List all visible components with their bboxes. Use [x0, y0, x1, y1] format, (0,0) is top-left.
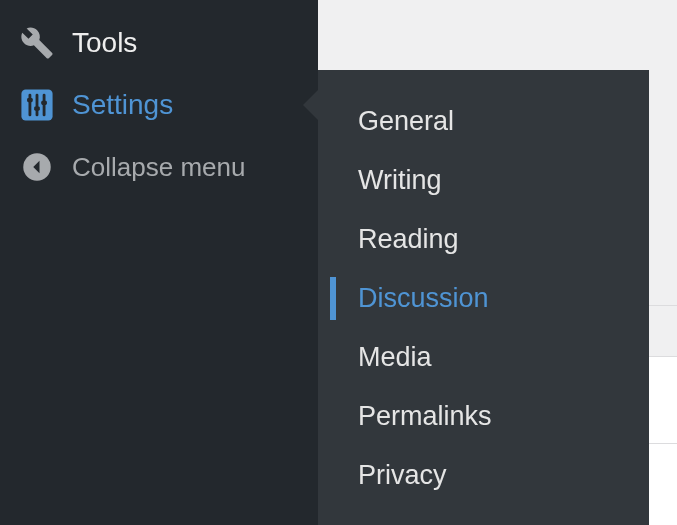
submenu-item-discussion[interactable]: Discussion [318, 269, 649, 328]
submenu-item-label: General [358, 106, 454, 136]
submenu-item-general[interactable]: General [318, 92, 649, 151]
svg-rect-4 [27, 98, 33, 102]
submenu-item-label: Writing [358, 165, 442, 195]
submenu-item-reading[interactable]: Reading [318, 210, 649, 269]
submenu-item-writing[interactable]: Writing [318, 151, 649, 210]
settings-submenu: General Writing Reading Discussion Media… [318, 70, 649, 525]
submenu-item-label: Discussion [358, 283, 489, 313]
wrench-icon [20, 26, 54, 60]
submenu-item-label: Permalinks [358, 401, 492, 431]
submenu-item-permalinks[interactable]: Permalinks [318, 387, 649, 446]
submenu-item-label: Reading [358, 224, 459, 254]
sidebar-item-label: Tools [72, 27, 137, 59]
sidebar-item-tools[interactable]: Tools [0, 12, 318, 74]
sliders-icon [20, 88, 54, 122]
submenu-item-label: Media [358, 342, 432, 372]
submenu-item-label: Privacy [358, 460, 447, 490]
svg-rect-6 [41, 101, 47, 105]
submenu-item-media[interactable]: Media [318, 328, 649, 387]
flyout-pointer-icon [303, 89, 319, 121]
sidebar-item-collapse[interactable]: Collapse menu [0, 136, 318, 198]
sidebar-item-settings[interactable]: Settings [0, 74, 318, 136]
submenu-item-privacy[interactable]: Privacy [318, 446, 649, 505]
collapse-icon [20, 150, 54, 184]
svg-rect-5 [34, 106, 40, 110]
sidebar-item-label: Collapse menu [72, 152, 245, 183]
sidebar-item-label: Settings [72, 89, 173, 121]
admin-sidebar: Tools Settings Collapse menu [0, 0, 318, 525]
